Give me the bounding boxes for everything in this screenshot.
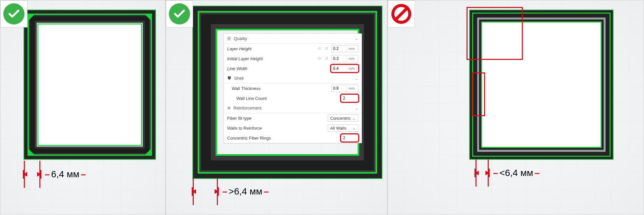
chevron-down-icon: ⌄ (352, 126, 356, 131)
setting-label: Line Width (227, 66, 329, 71)
panel-bad: – <6,4 мм – (387, 0, 644, 215)
section-quality[interactable]: ☰ Quality ⌄ (224, 34, 362, 44)
section-title: Reinforcement (233, 106, 262, 110)
prohibited-icon (391, 4, 411, 24)
setting-label: Concentric Fiber Rings (227, 136, 339, 141)
row-concentric-fiber-rings: Concentric Fiber Rings (224, 133, 362, 143)
section-title: Shell (234, 76, 244, 81)
setting-label: Wall Thickness (227, 86, 329, 91)
chevron-down-icon: ⌄ (352, 116, 356, 121)
section-title: Quality (234, 36, 247, 41)
checkmark-icon (3, 3, 25, 24)
row-layer-height: Layer Height ⟲ ↺ mm (224, 44, 362, 54)
wall-line-count-input[interactable] (341, 95, 358, 102)
defect-highlight (472, 72, 485, 116)
concentric-fiber-rings-input[interactable] (341, 134, 358, 142)
list-icon: ☰ (227, 36, 231, 41)
chevron-down-icon: ⌄ (355, 36, 358, 41)
dimension-callout: – >6,4 мм – (192, 186, 270, 197)
row-fiber-fill-type: Fiber fill type Concentric ⌄ (224, 113, 362, 123)
dimension-value: >6,4 мм (229, 186, 263, 197)
setting-label: Walls to Reinforce (227, 126, 326, 131)
wall-thickness-input[interactable]: mm (331, 85, 358, 92)
row-line-width: Line Width mm (224, 64, 362, 73)
dimension-value: 6,4 мм (51, 169, 79, 180)
setting-label: Layer Height (227, 46, 315, 51)
link-icon[interactable]: ⟲ (317, 46, 322, 51)
status-badge (388, 0, 415, 27)
fiber-icon: ≋ (227, 106, 231, 110)
reset-icon[interactable]: ↺ (324, 56, 329, 61)
layer-height-input[interactable]: mm (331, 45, 358, 52)
reset-icon[interactable]: ↺ (324, 46, 329, 51)
line-width-input[interactable]: mm (331, 65, 358, 72)
checkmark-icon (169, 3, 190, 24)
dimension-value: <6,4 мм (500, 168, 533, 178)
status-badge (0, 0, 27, 27)
row-initial-layer-height: Initial Layer Height ⟲ ↺ mm (224, 54, 362, 64)
section-shell[interactable]: ⛊ Shell ⌄ (224, 73, 362, 83)
shield-icon: ⛊ (227, 76, 231, 81)
defect-highlight (467, 7, 523, 60)
panel-good-wide: ☰ Quality ⌄ Layer Height ⟲ ↺ mm Initial … (166, 0, 387, 215)
dimension-callout: – <6,4 мм – (474, 168, 541, 178)
row-wall-line-count: Wall Line Count (224, 93, 362, 103)
link-icon[interactable]: ⟲ (317, 56, 322, 61)
print-preview-frame (24, 10, 155, 159)
section-reinforcement[interactable]: ≋ Reinforcement ⌄ (224, 103, 362, 113)
print-settings-panel: ☰ Quality ⌄ Layer Height ⟲ ↺ mm Initial … (223, 33, 362, 143)
fiber-fill-type-select[interactable]: Concentric ⌄ (328, 114, 358, 122)
row-walls-to-reinforce: Walls to Reinforce All Walls ⌄ (224, 123, 362, 133)
dimension-callout: – 6,4 мм – (23, 169, 87, 180)
walls-to-reinforce-select[interactable]: All Walls ⌄ (328, 124, 358, 132)
panel-good-narrow: – 6,4 мм – (0, 0, 166, 215)
setting-label: Wall Line Count (227, 96, 339, 101)
initial-layer-height-input[interactable]: mm (331, 55, 358, 62)
row-wall-thickness: Wall Thickness mm (224, 83, 362, 93)
chevron-down-icon: ⌄ (355, 76, 358, 81)
status-badge (166, 0, 193, 27)
setting-label: Initial Layer Height (227, 56, 315, 61)
chevron-down-icon: ⌄ (355, 106, 358, 110)
setting-label: Fiber fill type (227, 116, 326, 121)
